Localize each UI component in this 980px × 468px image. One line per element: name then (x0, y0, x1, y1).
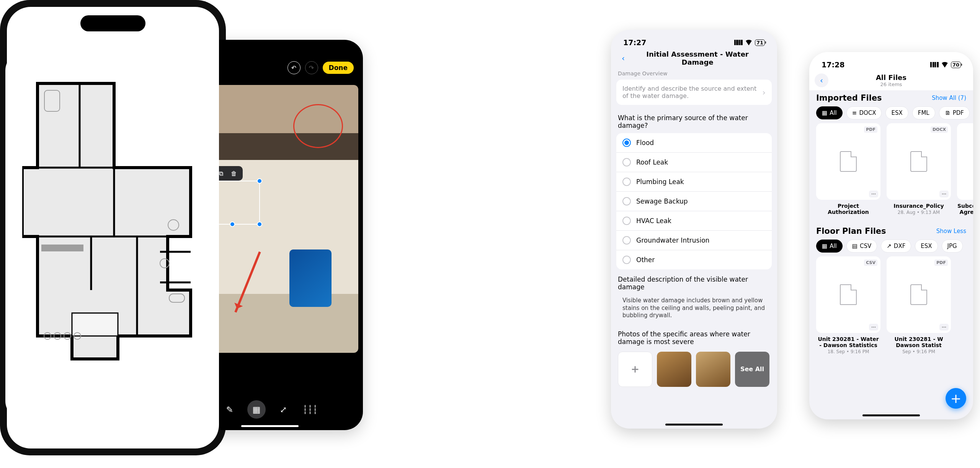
wifi-icon (745, 40, 753, 46)
file-item[interactable]: CSV⋯Unit 230281 - Water - Dawson Statist… (816, 256, 880, 354)
chip-pdf[interactable]: 🗎 PDF (939, 106, 970, 119)
document-icon (910, 284, 927, 305)
file-meta: Sep • 9:16 PM (887, 349, 951, 354)
signal-icon (734, 40, 743, 45)
imported-title: Imported Files (816, 93, 882, 103)
more-icon[interactable]: ⋯ (869, 324, 878, 331)
radio-off-icon (622, 178, 631, 186)
back-button[interactable]: ‹ (616, 51, 630, 65)
signal-icon (930, 62, 939, 67)
description-textarea[interactable]: Visible water damage includes brown and … (618, 293, 770, 323)
status-time: 17:28 (822, 60, 844, 69)
option-flood[interactable]: Flood (616, 133, 772, 153)
option-other[interactable]: Other (616, 250, 772, 269)
radio-off-icon (622, 158, 631, 166)
file-tag: PDF (934, 259, 948, 266)
file-item[interactable]: Subcon Agree (957, 123, 973, 215)
crop-tool[interactable]: ⤢ (274, 400, 292, 419)
chip-fml[interactable]: FML (912, 106, 935, 119)
chip-dxf[interactable]: ↗ DXF (881, 240, 911, 253)
trash-icon[interactable]: 🗑 (229, 169, 239, 178)
status-time: 17:27 (623, 38, 646, 47)
add-photo-button[interactable]: ＋ (618, 352, 652, 387)
document-icon (910, 151, 927, 172)
adjust-tool[interactable]: ┆┆┆ (301, 400, 319, 419)
option-roof-leak[interactable]: Roof Leak (616, 153, 772, 172)
hint-text: Identify and describe the source and ext… (622, 85, 762, 99)
file-item[interactable]: PDF⋯Unit 230281 - W Dawson StatistSep • … (887, 256, 951, 354)
chip-all[interactable]: ▦ All (816, 106, 843, 119)
home-indicator (665, 424, 723, 426)
radio-off-icon (622, 197, 631, 205)
annotation-arrow[interactable] (234, 251, 261, 313)
home-indicator (241, 425, 299, 427)
radio-off-icon (622, 217, 631, 225)
status-bar: 17:28 70 (809, 52, 973, 70)
file-name: Unit 230281 - W Dawson Statist (887, 336, 951, 348)
file-name: Subcon Agree (957, 203, 973, 215)
wifi-icon (941, 62, 949, 68)
file-item[interactable]: PDF⋯Project Authorization (816, 123, 880, 215)
floorplan-phone (0, 0, 226, 455)
hint-card[interactable]: Identify and describe the source and ext… (616, 80, 772, 105)
battery-icon: 70 (951, 62, 961, 68)
battery-icon: 71 (755, 39, 765, 46)
file-name: Project Authorization (816, 203, 880, 215)
chip-jpg[interactable]: JPG (942, 240, 963, 253)
option-plumbing-leak[interactable]: Plumbing Leak (616, 172, 772, 192)
see-all-button[interactable]: See All (735, 352, 769, 387)
radio-on-icon (622, 139, 631, 147)
more-icon[interactable]: ⋯ (939, 324, 949, 331)
file-meta: 28. Aug • 9:13 AM (887, 210, 951, 215)
show-less-link[interactable]: Show Less (936, 228, 966, 235)
more-icon[interactable]: ⋯ (869, 191, 878, 197)
section-label: Damage Overview (611, 68, 777, 80)
file-tag: DOCX (931, 126, 948, 133)
shapes-tool[interactable]: ▦ (247, 400, 266, 419)
files-phone: 17:28 70 ‹ All Files 26 items Imported F… (809, 52, 973, 419)
annotation-circle[interactable] (293, 104, 343, 148)
chip-esx[interactable]: ESX (915, 240, 938, 253)
floorplan-title: Floor Plan Files (816, 227, 886, 236)
page-title: Initial Assessment - Water Damage (634, 50, 761, 66)
back-button[interactable]: ‹ (815, 73, 828, 87)
show-all-link[interactable]: Show All (7) (932, 95, 966, 101)
chip-all[interactable]: ▦ All (816, 240, 843, 253)
dehumidifier-in-photo (289, 249, 332, 307)
file-item[interactable]: DOCX⋯Insurance_Policy28. Aug • 9:13 AM (887, 123, 951, 215)
pen-tool[interactable]: ✎ (220, 400, 239, 419)
csv-icon (840, 284, 857, 305)
chip-docx[interactable]: ≡ DOCX (846, 106, 882, 119)
photos-label: Photos of the specific areas where water… (611, 323, 777, 348)
status-bar: 17:27 71 (611, 30, 777, 48)
assessment-phone: 17:27 71 ‹ Initial Assessment - Water Da… (611, 30, 777, 429)
document-icon (840, 151, 857, 172)
done-button[interactable]: Done (323, 62, 354, 74)
damage-photo[interactable] (696, 352, 730, 387)
redo-button[interactable]: ↷ (305, 61, 318, 74)
undo-button[interactable]: ↶ (287, 61, 301, 74)
description-label: Detailed description of the visible wate… (611, 269, 777, 293)
file-name: Insurance_Policy (887, 203, 951, 209)
option-groundwater[interactable]: Groundwater Intrusion (616, 231, 772, 250)
page-title: All Files (832, 73, 950, 82)
damage-photo[interactable] (657, 352, 691, 387)
option-hvac-leak[interactable]: HVAC Leak (616, 211, 772, 231)
radio-off-icon (622, 236, 631, 245)
chip-csv[interactable]: ▤ CSV (846, 240, 877, 253)
floor-plan[interactable] (22, 68, 206, 374)
options-list: Flood Roof Leak Plumbing Leak Sewage Bac… (616, 133, 772, 269)
home-indicator (862, 414, 920, 416)
damage-photos: ＋ See All (611, 348, 777, 387)
file-tag: CSV (864, 259, 877, 266)
chip-esx[interactable]: ESX (885, 106, 908, 119)
file-meta: 18. Sep • 9:16 PM (816, 349, 880, 354)
dynamic-island (80, 15, 145, 31)
question-1: What is the primary source of the water … (611, 111, 777, 133)
add-file-fab[interactable]: + (946, 388, 966, 409)
file-name: Unit 230281 - Water - Dawson Statistics (816, 336, 880, 348)
more-icon[interactable]: ⋯ (939, 191, 949, 197)
page-subtitle: 26 items (832, 82, 950, 87)
option-sewage-backup[interactable]: Sewage Backup (616, 192, 772, 211)
file-tag: PDF (864, 126, 877, 133)
